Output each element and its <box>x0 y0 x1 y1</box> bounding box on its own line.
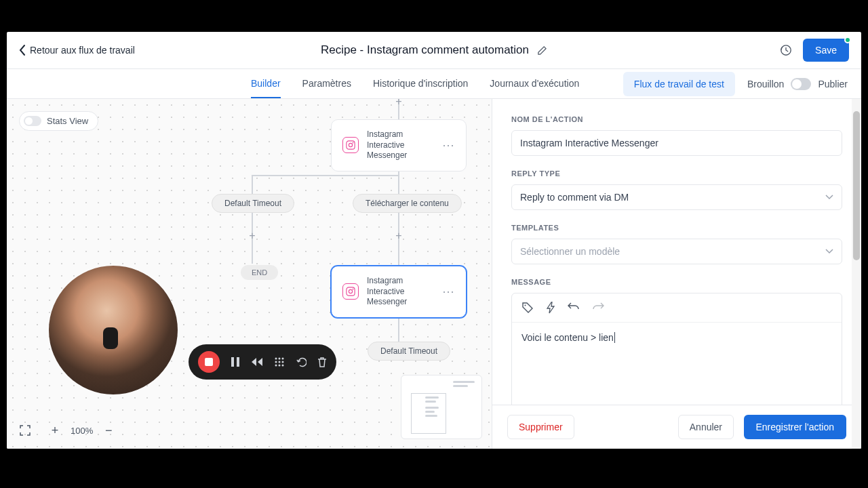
svg-point-2 <box>349 144 352 147</box>
message-label: MESSAGE <box>511 278 842 286</box>
unsaved-indicator <box>844 37 851 43</box>
save-action-button[interactable]: Enregistrer l'action <box>744 415 847 439</box>
svg-rect-1 <box>347 141 355 149</box>
add-node-button[interactable]: + <box>394 99 403 106</box>
stats-view-toggle[interactable]: Stats View <box>19 111 98 131</box>
draft-label: Brouillon <box>747 79 784 89</box>
node-menu-icon[interactable]: ⋯ <box>442 289 455 295</box>
tab-bar: Builder Paramètres Historique d'inscript… <box>7 69 861 99</box>
tab-builder[interactable]: Builder <box>251 70 281 98</box>
undo-icon[interactable] <box>568 302 580 314</box>
templates-select[interactable]: Sélectionner un modèle <box>511 239 842 264</box>
svg-point-3 <box>353 142 354 144</box>
zoom-level: 100% <box>71 426 93 436</box>
svg-point-6 <box>353 289 354 290</box>
publish-label: Publier <box>818 79 848 89</box>
rewind-icon[interactable] <box>251 357 263 367</box>
instagram-icon <box>342 283 359 300</box>
toggle-icon <box>24 116 41 126</box>
zoom-out-button[interactable]: − <box>102 424 115 436</box>
scrollbar[interactable] <box>852 99 861 449</box>
chevron-left-icon <box>19 44 26 56</box>
pause-icon[interactable] <box>231 357 240 367</box>
svg-point-17 <box>282 365 284 367</box>
tab-history[interactable]: Historique d'inscription <box>373 70 468 98</box>
tag-icon[interactable] <box>521 302 534 314</box>
history-icon[interactable] <box>780 44 792 56</box>
branch-default-timeout-2[interactable]: Default Timeout <box>368 342 450 361</box>
branch-download-content[interactable]: Télécharger le contenu <box>353 194 462 213</box>
webcam-overlay <box>49 266 178 394</box>
svg-point-18 <box>525 305 526 306</box>
svg-point-16 <box>279 365 281 367</box>
redo-icon[interactable] <box>592 302 604 314</box>
instagram-icon <box>342 137 359 153</box>
delete-button[interactable]: Supprimer <box>507 415 574 439</box>
zoom-in-button[interactable]: + <box>49 424 61 436</box>
svg-rect-7 <box>231 357 234 367</box>
workflow-node-instagram-1[interactable]: Instagram Interactive Messenger ⋯ <box>331 119 467 171</box>
tab-logs[interactable]: Journaux d'exécution <box>490 70 579 98</box>
branch-default-timeout[interactable]: Default Timeout <box>212 194 294 213</box>
add-node-button[interactable]: + <box>394 231 403 241</box>
zoom-controls: + 100% − <box>19 424 115 436</box>
page-title: Recipe - Instagram comment automation <box>321 43 529 57</box>
chevron-down-icon <box>825 195 833 200</box>
message-editor: Voici le contenu > lien <box>511 293 842 405</box>
back-label: Retour aux flux de travail <box>30 45 135 56</box>
chevron-down-icon <box>825 249 833 254</box>
reply-type-select[interactable]: Reply to comment via DM <box>511 184 842 210</box>
node-menu-icon[interactable]: ⋯ <box>442 142 455 148</box>
svg-point-14 <box>282 361 284 363</box>
add-node-button[interactable]: + <box>248 231 257 241</box>
reply-type-label: REPLY TYPE <box>511 169 842 178</box>
cancel-button[interactable]: Annuler <box>678 415 734 439</box>
back-button[interactable]: Retour aux flux de travail <box>19 44 135 56</box>
svg-point-12 <box>275 361 277 363</box>
trash-icon[interactable] <box>317 357 327 367</box>
undo-icon[interactable] <box>296 357 307 367</box>
templates-label: TEMPLATES <box>511 224 842 232</box>
save-button[interactable]: Save <box>803 39 849 62</box>
svg-rect-4 <box>347 287 355 296</box>
action-name-input[interactable] <box>511 130 842 156</box>
svg-point-11 <box>282 358 284 360</box>
minimap[interactable] <box>401 375 482 439</box>
action-panel: NOM DE L'ACTION REPLY TYPE Reply to comm… <box>492 99 861 449</box>
svg-point-9 <box>275 358 277 360</box>
test-workflow-button[interactable]: Flux de travail de test <box>623 72 735 96</box>
message-textarea[interactable]: Voici le contenu > lien <box>512 323 842 405</box>
workflow-node-instagram-2[interactable]: Instagram Interactive Messenger ⋯ <box>331 266 467 318</box>
tab-parameters[interactable]: Paramètres <box>302 70 351 98</box>
svg-rect-8 <box>237 357 239 367</box>
fullscreen-icon[interactable] <box>19 424 31 436</box>
publish-toggle[interactable] <box>791 78 811 90</box>
grid-icon[interactable] <box>274 357 285 367</box>
workflow-canvas[interactable]: Stats View + Instagram Interactive Messe… <box>7 99 492 449</box>
svg-point-15 <box>275 365 277 367</box>
pencil-icon[interactable] <box>537 45 547 56</box>
bolt-icon[interactable] <box>546 302 555 314</box>
top-bar: Retour aux flux de travail Recipe - Inst… <box>7 32 861 69</box>
scrollbar-thumb[interactable] <box>853 111 860 260</box>
svg-point-5 <box>349 290 352 293</box>
svg-point-13 <box>279 361 281 363</box>
stop-record-button[interactable] <box>198 351 220 373</box>
end-node[interactable]: END <box>241 265 278 280</box>
svg-point-10 <box>279 358 281 360</box>
action-name-label: NOM DE L'ACTION <box>511 115 842 123</box>
recording-toolbar <box>189 344 336 380</box>
